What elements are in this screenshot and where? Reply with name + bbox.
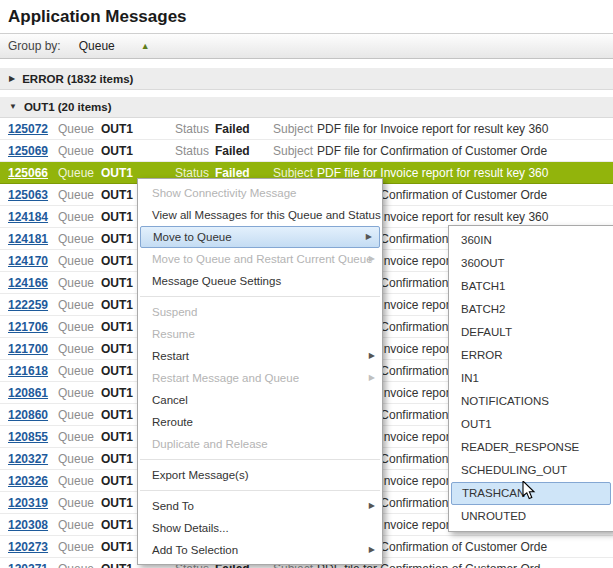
message-id-link[interactable]: 121706 bbox=[8, 320, 50, 334]
menu-item-move-to-queue[interactable]: Move to Queue▶ bbox=[140, 226, 380, 248]
queue-label: Queue bbox=[58, 166, 101, 180]
status-value: Failed bbox=[215, 144, 273, 158]
menu-item-show-connectivity-message[interactable]: Show Connectivity Message bbox=[138, 182, 382, 204]
message-id-link[interactable]: 120273 bbox=[8, 540, 50, 554]
message-id-link[interactable]: 120855 bbox=[8, 430, 50, 444]
menu-item-label: Show Details... bbox=[152, 522, 229, 534]
menu-item-show-details[interactable]: Show Details... bbox=[138, 517, 382, 539]
menu-item-view-all-messages-for-this-queue-and-status[interactable]: View all Messages for this Queue and Sta… bbox=[138, 204, 382, 226]
menu-item-label: Show Connectivity Message bbox=[152, 187, 296, 199]
message-id-link[interactable]: 121700 bbox=[8, 342, 50, 356]
menu-item-label: Reroute bbox=[152, 416, 193, 428]
submenu-arrow-icon: ▶ bbox=[369, 345, 375, 367]
message-id-link[interactable]: 120326 bbox=[8, 474, 50, 488]
subject-value: PDF file for Confirmation of Customer Or… bbox=[317, 144, 613, 158]
menu-separator bbox=[140, 459, 380, 460]
submenu-arrow-icon: ▶ bbox=[369, 539, 375, 561]
queue-label: Queue bbox=[58, 320, 101, 334]
menu-item-send-to[interactable]: Send To▶ bbox=[138, 495, 382, 517]
menu-item-label: View all Messages for this Queue and Sta… bbox=[152, 209, 381, 221]
collapsed-triangle-icon: ▶ bbox=[9, 75, 15, 83]
group-by-label: Group by: bbox=[8, 39, 61, 53]
message-id-link[interactable]: 120327 bbox=[8, 452, 50, 466]
menu-item-suspend[interactable]: Suspend bbox=[138, 301, 382, 323]
spacer bbox=[0, 59, 613, 68]
message-id-link[interactable]: 120861 bbox=[8, 386, 50, 400]
group-by-toolbar: Group by: Queue ▲ bbox=[0, 33, 613, 59]
message-id-link[interactable]: 124166 bbox=[8, 276, 50, 290]
menu-item-export-message-s[interactable]: Export Message(s) bbox=[138, 464, 382, 486]
menu-item-cancel[interactable]: Cancel bbox=[138, 389, 382, 411]
status-label: Status bbox=[175, 122, 215, 136]
queue-label: Queue bbox=[58, 452, 101, 466]
submenu-item-batch1[interactable]: BATCH1 bbox=[449, 275, 613, 298]
message-id-link[interactable]: 125072 bbox=[8, 122, 50, 136]
queue-label: Queue bbox=[58, 232, 101, 246]
menu-item-move-to-queue-and-restart-current-queue[interactable]: Move to Queue and Restart Current Queue▶ bbox=[138, 248, 382, 270]
menu-item-label: Move to Queue bbox=[153, 231, 232, 243]
queue-label: Queue bbox=[58, 386, 101, 400]
queue-label: Queue bbox=[58, 342, 101, 356]
message-id-link[interactable]: 120319 bbox=[8, 496, 50, 510]
submenu-item-360out[interactable]: 360OUT bbox=[449, 252, 613, 275]
menu-item-label: Cancel bbox=[152, 394, 188, 406]
message-id-link[interactable]: 124181 bbox=[8, 232, 50, 246]
group-header-out1[interactable]: ▼ OUT1 (20 items) bbox=[0, 97, 613, 118]
table-row[interactable]: 125072QueueOUT1StatusFailedSubjectPDF fi… bbox=[0, 118, 613, 140]
submenu-item-in1[interactable]: IN1 bbox=[449, 367, 613, 390]
message-id-link[interactable]: 124184 bbox=[8, 210, 50, 224]
menu-item-resume[interactable]: Resume bbox=[138, 323, 382, 345]
submenu-item-notifications[interactable]: NOTIFICATIONS bbox=[449, 390, 613, 413]
submenu-arrow-icon: ▶ bbox=[369, 367, 375, 389]
page-title: Application Messages bbox=[0, 0, 613, 33]
subject-label: Subject bbox=[273, 144, 317, 158]
message-id-link[interactable]: 120271 bbox=[8, 562, 50, 568]
submenu-arrow-icon: ▶ bbox=[369, 495, 375, 517]
message-id-link[interactable]: 125063 bbox=[8, 188, 50, 202]
queue-label: Queue bbox=[58, 298, 101, 312]
menu-item-restart[interactable]: Restart▶ bbox=[138, 345, 382, 367]
message-id-link[interactable]: 125069 bbox=[8, 144, 50, 158]
menu-item-duplicate-and-release[interactable]: Duplicate and Release bbox=[138, 433, 382, 455]
group-header-label: OUT1 (20 items) bbox=[24, 101, 112, 113]
submenu-item-batch2[interactable]: BATCH2 bbox=[449, 298, 613, 321]
menu-item-label: Duplicate and Release bbox=[152, 438, 268, 450]
queue-label: Queue bbox=[58, 122, 101, 136]
menu-item-label: Restart bbox=[152, 350, 189, 362]
message-id-link[interactable]: 121618 bbox=[8, 364, 50, 378]
queue-value: OUT1 bbox=[101, 122, 175, 136]
submenu-arrow-icon: ▶ bbox=[369, 248, 375, 270]
group-header-error[interactable]: ▶ ERROR (1832 items) bbox=[0, 68, 613, 90]
status-value: Failed bbox=[215, 122, 273, 136]
queue-label: Queue bbox=[58, 364, 101, 378]
subject-value: PDF file for Invoice report for result k… bbox=[317, 122, 613, 136]
submenu-item-unrouted[interactable]: UNROUTED bbox=[449, 505, 613, 528]
status-label: Status bbox=[175, 144, 215, 158]
menu-item-label: Add To Selection bbox=[152, 544, 238, 556]
sort-ascending-icon[interactable]: ▲ bbox=[141, 42, 150, 51]
menu-item-label: Message Queue Settings bbox=[152, 275, 281, 287]
menu-item-label: Resume bbox=[152, 328, 195, 340]
menu-item-reroute[interactable]: Reroute bbox=[138, 411, 382, 433]
message-id-link[interactable]: 125066 bbox=[8, 166, 50, 180]
submenu-item-default[interactable]: DEFAULT bbox=[449, 321, 613, 344]
submenu-item-scheduling-out[interactable]: SCHEDULING_OUT bbox=[449, 459, 613, 482]
menu-item-message-queue-settings[interactable]: Message Queue Settings bbox=[138, 270, 382, 292]
submenu-item-out1[interactable]: OUT1 bbox=[449, 413, 613, 436]
menu-item-label: Suspend bbox=[152, 306, 197, 318]
menu-item-label: Move to Queue and Restart Current Queue bbox=[152, 253, 373, 265]
submenu-item-reader-response[interactable]: READER_RESPONSE bbox=[449, 436, 613, 459]
message-id-link[interactable]: 124170 bbox=[8, 254, 50, 268]
submenu-item-error[interactable]: ERROR bbox=[449, 344, 613, 367]
table-row[interactable]: 125069QueueOUT1StatusFailedSubjectPDF fi… bbox=[0, 140, 613, 162]
submenu-item-360in[interactable]: 360IN bbox=[449, 229, 613, 252]
group-by-value[interactable]: Queue bbox=[79, 39, 115, 53]
message-id-link[interactable]: 120860 bbox=[8, 408, 50, 422]
menu-separator bbox=[140, 490, 380, 491]
queue-label: Queue bbox=[58, 276, 101, 290]
group-header-label: ERROR (1832 items) bbox=[22, 73, 133, 85]
menu-item-add-to-selection[interactable]: Add To Selection▶ bbox=[138, 539, 382, 561]
message-id-link[interactable]: 120308 bbox=[8, 518, 50, 532]
menu-item-restart-message-and-queue[interactable]: Restart Message and Queue▶ bbox=[138, 367, 382, 389]
message-id-link[interactable]: 122259 bbox=[8, 298, 50, 312]
